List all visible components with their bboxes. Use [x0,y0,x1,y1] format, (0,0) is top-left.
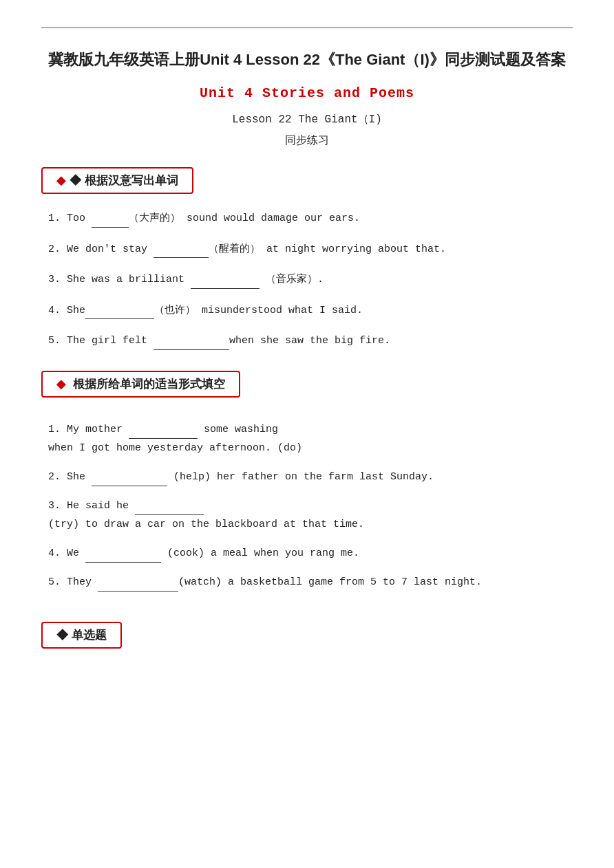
top-divider [41,28,573,28]
q2-num: 2. We don't stay [48,243,154,255]
s2-q5-text: (watch) a basketball game from 5 to 7 la… [178,576,482,588]
s2-q4-line: 4. We (cook) a meal when you rang me. [48,543,573,563]
s2-q3-line: 3. He said he (try) to draw a car on the… [48,496,573,534]
q3-hint: （音乐家）. [260,274,324,285]
q3-num: 3. She was a brilliant [48,274,191,285]
s2-q3-line2: (try) to draw a car on the blackboard at… [48,519,364,530]
section2-label: 根据所给单词的适当形式填空 [70,378,225,391]
s2-q1-line: 1. My mother some washing when I got hom… [48,420,573,457]
s2-q5-num: 5. They [48,576,98,588]
section1-questions: 1. Too （大声的） sound would damage our ears… [41,209,573,350]
s2-q2-line: 2. She (help) her father on the farm las… [48,467,573,486]
q2-hint: （醒着的） at night worrying about that. [209,243,446,255]
section3-box: ◆ 单选题 [41,622,122,649]
main-title: 冀教版九年级英语上册Unit 4 Lesson 22《The Giant（I)》… [41,47,573,72]
diamond2-icon: ◆ [56,378,65,391]
s2-q3-num: 3. He said he [48,500,135,512]
q4-line: 4. She （也许） misunderstood what I said. [48,301,573,320]
s2-q2-num: 2. She [48,471,92,483]
section1-box: ◆◆ 根据汉意写出单词 [41,167,193,194]
q3-blank [191,270,260,289]
s2-q1-line2: when I got home yesterday afternoon. (do… [48,442,302,454]
q5-hint: when she saw the big fire. [229,335,390,347]
practice-label: 同步练习 [41,133,573,148]
lesson-title: Lesson 22 The Giant（I) [41,112,573,127]
diamond3-icon: ◆ [56,629,68,642]
s2-q4-text: (cook) a meal when you rang me. [161,547,359,559]
s2-q4-num: 4. We [48,547,85,559]
s2-q2-blank [92,467,167,486]
q2-line: 2. We don't stay （醒着的） at night worrying… [48,240,573,259]
q1-line: 1. Too （大声的） sound would damage our ears… [48,209,573,228]
s2-q4-blank [85,543,161,563]
q2-blank [154,240,209,259]
q1-hint: （大声的） sound would damage our ears. [129,213,360,224]
q5-blank [154,332,229,350]
q3-line: 3. She was a brilliant （音乐家）. [48,270,573,289]
section3-label: 单选题 [68,629,107,642]
unit-title: Unit 4 Stories and Poems [41,85,573,101]
q4-num: 4. She [48,305,85,316]
q5-num: 5. The girl felt [48,335,154,347]
q4-blank [85,301,154,320]
q1-blank [92,209,129,228]
s2-q5-line: 5. They (watch) a basketball game from 5… [48,572,573,592]
section2-questions: 1. My mother some washing when I got hom… [41,420,573,592]
s2-q1-num: 1. My mother [48,424,129,435]
s2-q2-text: (help) her father on the farm last Sunda… [167,471,434,483]
section2-box: ◆ 根据所给单词的适当形式填空 [41,371,240,398]
s2-q3-blank [135,496,204,515]
q4-hint: （也许） misunderstood what I said. [154,305,363,316]
s2-q1-text: some washing [198,424,278,435]
s2-q1-blank [129,420,198,439]
diamond-icon: ◆ [56,174,65,187]
section1-label: ◆ 根据汉意写出单词 [70,174,178,187]
s2-q5-blank [98,572,178,592]
q5-line: 5. The girl felt when she saw the big fi… [48,332,573,350]
q1-num: 1. Too [48,213,92,224]
